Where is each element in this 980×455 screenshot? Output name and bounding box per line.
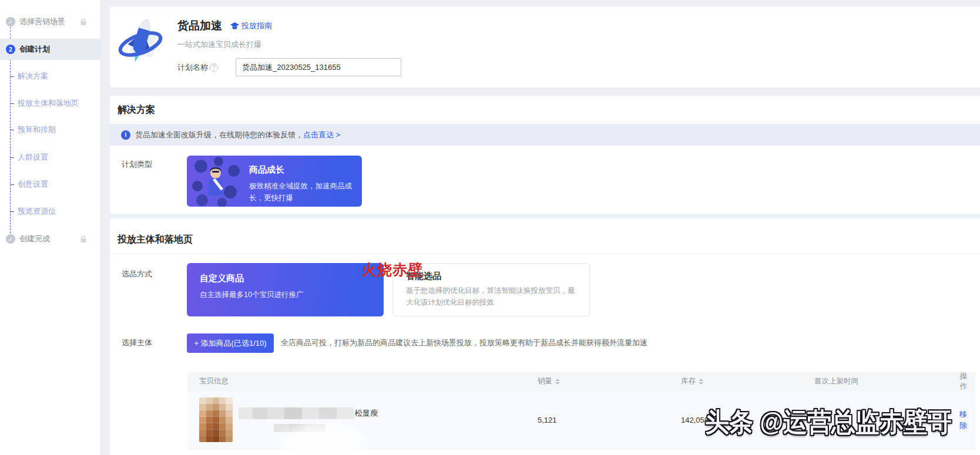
- plan-name-input[interactable]: [236, 58, 401, 76]
- add-product-hint: 全店商品可投，打标为新品的商品建议去上新快场景投放，投放策略更有助于新品成长并能…: [281, 338, 647, 348]
- censored-subtitle-mosaic: [274, 424, 325, 432]
- sort-icon[interactable]: [699, 379, 703, 385]
- solution-card: 解决方案 i 货品加速全面改版升级，在线期待您的体验反馈， 点击直达 > 计划类…: [110, 96, 980, 214]
- check-icon: ✓: [6, 17, 15, 26]
- sales-value: 5,121: [538, 416, 557, 424]
- column-header-item-info: 宝贝信息: [187, 376, 538, 386]
- custom-card-desc: 自主选择最多10个宝贝进行推广: [200, 289, 371, 301]
- step-number-icon: 2: [6, 45, 15, 54]
- notice-text: 货品加速全面改版升级，在线期待您的体验反馈，: [135, 130, 303, 140]
- watermark-bottom: 头条 @运营总监赤壁哥: [705, 405, 952, 440]
- product-table-header: 宝贝信息 销量 库存 首次上架时间 操作: [187, 372, 975, 391]
- graduation-cap-icon: [230, 22, 239, 30]
- product-thumbnail: [199, 397, 233, 442]
- divider: [110, 122, 980, 122]
- section-title-placement: 投放主体和落地页: [118, 234, 193, 246]
- check-icon: ✓: [6, 234, 15, 244]
- sidebar-substep-solution[interactable]: 解决方案: [0, 70, 101, 82]
- plan-type-card-desc: 极致精准全域提效，加速商品成长，更快打爆: [249, 180, 358, 204]
- add-product-button[interactable]: + 添加商品(已选1/10): [187, 333, 274, 353]
- guide-link[interactable]: 投放指南: [230, 21, 272, 31]
- pick-method-card-custom[interactable]: 自定义商品 自主选择最多10个宝贝进行推广: [187, 263, 384, 316]
- custom-card-title: 自定义商品: [200, 273, 371, 284]
- stock-value: 142,058: [681, 416, 709, 424]
- watermark-red: 火烧赤壁: [362, 260, 423, 279]
- upgrade-notice-bar: i 货品加速全面改版升级，在线期待您的体验反馈， 点击直达 >: [110, 124, 980, 146]
- plan-type-card-product-growth[interactable]: 商品成长 极致精准全域提效，加速商品成长，更快打爆: [187, 156, 362, 207]
- column-header-action: 操作: [955, 372, 975, 392]
- sort-icon[interactable]: [555, 379, 560, 385]
- column-header-stock: 库存: [681, 376, 814, 386]
- plan-type-card-title: 商品成长: [249, 164, 358, 176]
- section-title-solution: 解决方案: [118, 104, 155, 116]
- page-title: 货品加速: [177, 18, 222, 33]
- smart-card-desc: 基于您选择的优化目标，算法智能汰换投放宝贝，最大化该计划优化目标的投效: [406, 285, 580, 308]
- notice-direct-link[interactable]: 点击直达 >: [303, 130, 340, 140]
- rocket-icon: [116, 14, 165, 72]
- lock-icon: [80, 235, 87, 243]
- divider: [110, 254, 980, 254]
- product-title-visible: 松显瘦: [355, 408, 378, 419]
- person-illustration: [188, 156, 244, 207]
- column-header-first-listed: 首次上架时间: [814, 376, 955, 386]
- plan-name-label: 计划名称 ?: [177, 62, 218, 73]
- sidebar-substep-audience[interactable]: 人群设置: [0, 151, 101, 163]
- info-icon: i: [121, 130, 130, 140]
- product-info: 松显瘦: [239, 407, 378, 432]
- sidebar-substep-creative[interactable]: 创意设置: [0, 178, 101, 190]
- column-header-sales: 销量: [538, 376, 681, 386]
- sidebar-step-select-scene: ✓ 选择营销场景: [0, 13, 101, 31]
- sidebar-substep-placement[interactable]: 投放主体和落地页: [0, 97, 101, 109]
- pick-method-label: 选品方式: [122, 269, 152, 279]
- remove-link[interactable]: 移除: [959, 410, 967, 430]
- lock-icon: [80, 18, 87, 26]
- page: ✓ 选择营销场景 2 创建计划 解决方案 投放主体和落地页 预算和排期 人群设置…: [0, 0, 980, 455]
- smart-card-title: 智能选品: [406, 271, 576, 282]
- campaign-header-card: 货品加速 投放指南 一站式加速宝贝成长打爆 计划名称 ?: [110, 6, 980, 87]
- plan-type-label: 计划类型: [122, 159, 152, 170]
- sidebar-substep-budget-schedule[interactable]: 预算和排期: [0, 124, 101, 136]
- main-content: 货品加速 投放指南 一站式加速宝贝成长打爆 计划名称 ? 解决方案 i: [103, 0, 980, 455]
- censored-title-mosaic: [239, 407, 354, 419]
- steps-sidebar: ✓ 选择营销场景 2 创建计划 解决方案 投放主体和落地页 预算和排期 人群设置…: [0, 0, 101, 455]
- sidebar-substep-preview-slots[interactable]: 预览资源位: [0, 205, 101, 217]
- help-icon[interactable]: ?: [210, 63, 218, 72]
- sidebar-step-create-done: ✓ 创建完成: [0, 230, 101, 248]
- page-subtitle: 一站式加速宝贝成长打爆: [177, 39, 261, 50]
- sidebar-step-create-plan[interactable]: 2 创建计划: [0, 39, 101, 60]
- select-subject-label: 选择主体: [122, 338, 152, 348]
